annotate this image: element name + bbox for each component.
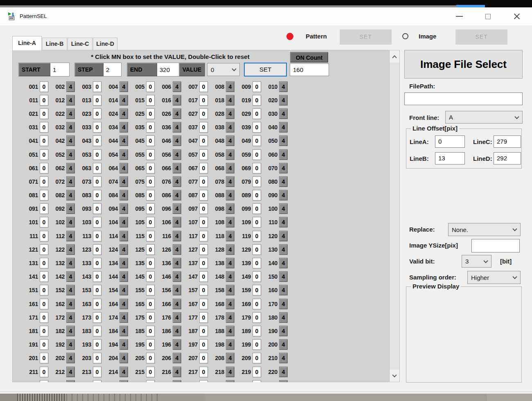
cell-value-box[interactable]: 0 bbox=[252, 285, 261, 295]
cell-value-box[interactable]: 4 bbox=[226, 95, 234, 106]
cell-value-box[interactable]: 4 bbox=[279, 81, 288, 92]
cell-value-box[interactable]: 4 bbox=[279, 271, 288, 282]
cell-value-box[interactable]: 0 bbox=[146, 163, 155, 173]
cell-value-box[interactable]: 4 bbox=[226, 108, 234, 119]
cell-value-box[interactable]: 4 bbox=[279, 231, 288, 241]
cell-value-box[interactable]: 4 bbox=[173, 339, 181, 350]
cell-value-box[interactable]: 0 bbox=[93, 203, 101, 214]
cell-value-box[interactable]: 4 bbox=[279, 190, 288, 200]
cell-value-box[interactable]: 4 bbox=[66, 312, 75, 323]
cell-value-box[interactable]: 4 bbox=[119, 380, 128, 382]
cell-value-box[interactable]: 0 bbox=[252, 135, 261, 146]
cell-value-box[interactable]: 0 bbox=[199, 312, 208, 323]
cell-value-box[interactable]: 4 bbox=[226, 285, 234, 295]
cell-value-box[interactable]: 4 bbox=[66, 231, 75, 241]
cell-value-box[interactable]: 4 bbox=[279, 217, 288, 228]
cell-value-box[interactable]: 0 bbox=[252, 231, 261, 241]
cell-value-box[interactable]: 0 bbox=[199, 217, 208, 228]
cell-value-box[interactable]: 4 bbox=[119, 326, 128, 336]
cell-value-box[interactable]: 0 bbox=[40, 122, 48, 133]
cell-value-box[interactable]: 0 bbox=[146, 95, 155, 106]
image-radio[interactable] bbox=[402, 33, 408, 39]
cell-value-box[interactable]: 4 bbox=[279, 95, 288, 106]
cell-value-box[interactable]: 0 bbox=[146, 367, 155, 377]
cell-value-box[interactable]: 4 bbox=[173, 244, 181, 255]
cell-value-box[interactable]: 0 bbox=[40, 135, 48, 146]
cell-value-box[interactable]: 4 bbox=[66, 326, 75, 336]
cell-value-box[interactable]: 4 bbox=[66, 353, 75, 363]
cell-value-box[interactable]: 0 bbox=[252, 353, 261, 363]
cell-value-box[interactable]: 0 bbox=[252, 380, 261, 382]
vertical-scrollbar[interactable] bbox=[389, 50, 399, 382]
cell-value-box[interactable]: 0 bbox=[40, 339, 48, 350]
cell-value-box[interactable]: 0 bbox=[252, 217, 261, 228]
cell-value-box[interactable]: 4 bbox=[279, 108, 288, 119]
cell-value-box[interactable]: 0 bbox=[40, 176, 48, 187]
cell-value-box[interactable]: 0 bbox=[146, 217, 155, 228]
replace-dropdown[interactable]: None. bbox=[448, 223, 521, 236]
cell-value-box[interactable]: 0 bbox=[93, 231, 101, 241]
cell-value-box[interactable]: 4 bbox=[66, 271, 75, 282]
cell-value-box[interactable]: 4 bbox=[226, 380, 234, 382]
cell-value-box[interactable]: 0 bbox=[146, 285, 155, 295]
cell-value-box[interactable]: 0 bbox=[40, 258, 48, 268]
cell-value-box[interactable]: 4 bbox=[119, 285, 128, 295]
cell-value-box[interactable]: 0 bbox=[146, 353, 155, 363]
cell-value-box[interactable]: 0 bbox=[199, 149, 208, 160]
cell-value-box[interactable]: 4 bbox=[279, 163, 288, 173]
cell-value-box[interactable]: 0 bbox=[199, 339, 208, 350]
cell-value-box[interactable]: 0 bbox=[199, 81, 208, 92]
image-file-select-button[interactable]: Image File Select bbox=[404, 50, 523, 79]
cell-value-box[interactable]: 4 bbox=[279, 367, 288, 377]
cell-value-box[interactable]: 4 bbox=[173, 122, 181, 133]
start-input[interactable]: 1 bbox=[50, 63, 69, 76]
cell-value-box[interactable]: 4 bbox=[119, 81, 128, 92]
end-input[interactable]: 320 bbox=[157, 63, 179, 76]
pattern-radio[interactable] bbox=[286, 33, 293, 40]
cell-value-box[interactable]: 4 bbox=[226, 312, 234, 323]
linea-input[interactable]: 0 bbox=[435, 135, 465, 148]
cell-value-box[interactable]: 0 bbox=[199, 244, 208, 255]
cell-value-box[interactable]: 4 bbox=[119, 312, 128, 323]
cell-value-box[interactable]: 4 bbox=[173, 231, 181, 241]
cell-value-box[interactable]: 4 bbox=[119, 122, 128, 133]
cell-value-box[interactable]: 0 bbox=[40, 380, 48, 382]
cell-value-box[interactable]: 4 bbox=[173, 299, 181, 309]
cell-value-box[interactable]: 0 bbox=[40, 367, 48, 377]
cell-value-box[interactable]: 4 bbox=[173, 190, 181, 200]
cell-value-box[interactable]: 0 bbox=[93, 176, 101, 187]
cell-value-box[interactable]: 0 bbox=[93, 190, 101, 200]
cell-value-box[interactable]: 0 bbox=[93, 380, 101, 382]
cell-value-box[interactable]: 4 bbox=[279, 149, 288, 160]
cell-value-box[interactable]: 4 bbox=[226, 339, 234, 350]
cell-value-box[interactable]: 0 bbox=[40, 203, 48, 214]
cell-value-box[interactable]: 0 bbox=[199, 135, 208, 146]
cell-value-box[interactable]: 4 bbox=[66, 163, 75, 173]
sampling-order-dropdown[interactable]: Higher bbox=[467, 271, 521, 284]
cell-value-box[interactable]: 0 bbox=[252, 299, 261, 309]
cell-value-box[interactable]: 0 bbox=[252, 339, 261, 350]
tab-line-d[interactable]: Line-D bbox=[93, 38, 117, 50]
cell-value-box[interactable]: 4 bbox=[66, 217, 75, 228]
cell-value-box[interactable]: 0 bbox=[252, 258, 261, 268]
cell-value-box[interactable]: 4 bbox=[66, 135, 75, 146]
cell-value-box[interactable]: 0 bbox=[146, 81, 155, 92]
cell-value-box[interactable]: 0 bbox=[93, 285, 101, 295]
cell-value-box[interactable]: 4 bbox=[226, 190, 234, 200]
cell-value-box[interactable]: 4 bbox=[173, 163, 181, 173]
cell-value-box[interactable]: 4 bbox=[119, 163, 128, 173]
cell-value-box[interactable]: 0 bbox=[93, 258, 101, 268]
cell-value-box[interactable]: 0 bbox=[40, 217, 48, 228]
cell-value-box[interactable]: 0 bbox=[199, 163, 208, 173]
cell-value-box[interactable]: 0 bbox=[252, 326, 261, 336]
cell-value-box[interactable]: 0 bbox=[93, 122, 101, 133]
cell-value-box[interactable]: 0 bbox=[146, 122, 155, 133]
cell-value-box[interactable]: 4 bbox=[226, 271, 234, 282]
cell-value-box[interactable]: 4 bbox=[66, 244, 75, 255]
cell-value-box[interactable]: 4 bbox=[173, 380, 181, 382]
cell-value-box[interactable]: 4 bbox=[119, 271, 128, 282]
cell-value-box[interactable]: 4 bbox=[279, 244, 288, 255]
cell-value-box[interactable]: 4 bbox=[226, 203, 234, 214]
cell-value-box[interactable]: 0 bbox=[199, 285, 208, 295]
cell-value-box[interactable]: 0 bbox=[40, 231, 48, 241]
